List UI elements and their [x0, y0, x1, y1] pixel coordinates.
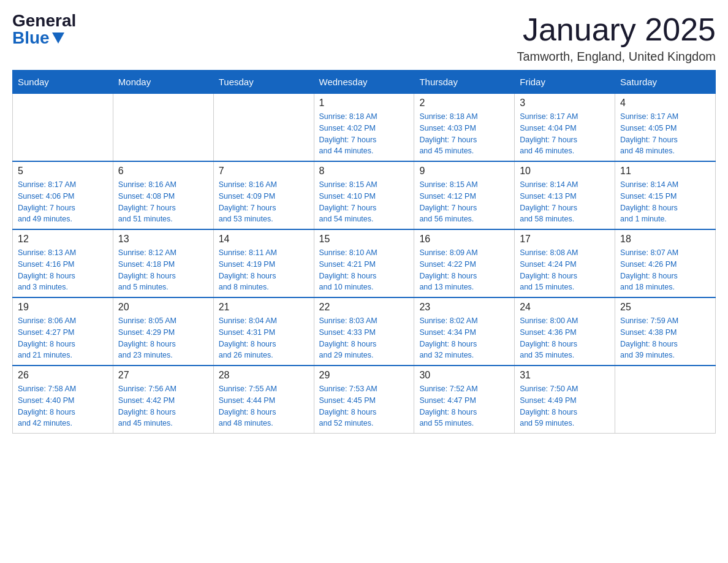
calendar-day-cell: 13Sunrise: 8:12 AM Sunset: 4:18 PM Dayli… — [113, 229, 213, 297]
calendar-header-tuesday: Tuesday — [213, 71, 314, 94]
day-number: 13 — [118, 234, 208, 245]
calendar-day-cell: 5Sunrise: 8:17 AM Sunset: 4:06 PM Daylig… — [13, 161, 113, 229]
day-number: 4 — [620, 98, 710, 109]
calendar-header-wednesday: Wednesday — [314, 71, 414, 94]
day-info: Sunrise: 8:16 AM Sunset: 4:09 PM Dayligh… — [219, 179, 309, 225]
day-number: 15 — [319, 234, 409, 245]
calendar-day-cell: 7Sunrise: 8:16 AM Sunset: 4:09 PM Daylig… — [213, 161, 314, 229]
day-number: 8 — [319, 166, 409, 177]
calendar-day-cell: 9Sunrise: 8:15 AM Sunset: 4:12 PM Daylig… — [414, 161, 515, 229]
day-info: Sunrise: 8:09 AM Sunset: 4:22 PM Dayligh… — [419, 247, 509, 293]
calendar-day-cell — [113, 94, 213, 162]
day-number: 21 — [219, 302, 309, 313]
day-info: Sunrise: 8:18 AM Sunset: 4:03 PM Dayligh… — [419, 111, 509, 157]
calendar-day-cell: 31Sunrise: 7:50 AM Sunset: 4:49 PM Dayli… — [515, 366, 615, 434]
page-header: General Blue January 2025 Tamworth, Engl… — [12, 12, 716, 64]
day-info: Sunrise: 8:11 AM Sunset: 4:19 PM Dayligh… — [219, 247, 309, 293]
calendar-week-row: 26Sunrise: 7:58 AM Sunset: 4:40 PM Dayli… — [13, 366, 716, 434]
day-info: Sunrise: 8:14 AM Sunset: 4:13 PM Dayligh… — [520, 179, 610, 225]
day-info: Sunrise: 7:56 AM Sunset: 4:42 PM Dayligh… — [118, 383, 208, 429]
day-number: 6 — [118, 166, 208, 177]
calendar-day-cell: 18Sunrise: 8:07 AM Sunset: 4:26 PM Dayli… — [615, 229, 716, 297]
calendar-day-cell: 29Sunrise: 7:53 AM Sunset: 4:45 PM Dayli… — [314, 366, 414, 434]
day-number: 10 — [520, 166, 610, 177]
day-info: Sunrise: 7:50 AM Sunset: 4:49 PM Dayligh… — [520, 383, 610, 429]
day-info: Sunrise: 8:15 AM Sunset: 4:12 PM Dayligh… — [419, 179, 509, 225]
day-number: 14 — [219, 234, 309, 245]
calendar-day-cell: 17Sunrise: 8:08 AM Sunset: 4:24 PM Dayli… — [515, 229, 615, 297]
day-number: 25 — [620, 302, 710, 313]
day-info: Sunrise: 8:07 AM Sunset: 4:26 PM Dayligh… — [620, 247, 710, 293]
calendar-week-row: 12Sunrise: 8:13 AM Sunset: 4:16 PM Dayli… — [13, 229, 716, 297]
day-number: 20 — [118, 302, 208, 313]
day-info: Sunrise: 8:17 AM Sunset: 4:05 PM Dayligh… — [620, 111, 710, 157]
day-number: 11 — [620, 166, 710, 177]
calendar-header-row: SundayMondayTuesdayWednesdayThursdayFrid… — [13, 71, 716, 94]
calendar-header-friday: Friday — [515, 71, 615, 94]
day-info: Sunrise: 8:06 AM Sunset: 4:27 PM Dayligh… — [18, 315, 108, 361]
day-info: Sunrise: 7:53 AM Sunset: 4:45 PM Dayligh… — [319, 383, 409, 429]
day-number: 23 — [419, 302, 509, 313]
calendar-day-cell: 6Sunrise: 8:16 AM Sunset: 4:08 PM Daylig… — [113, 161, 213, 229]
day-info: Sunrise: 8:13 AM Sunset: 4:16 PM Dayligh… — [18, 247, 108, 293]
day-number: 22 — [319, 302, 409, 313]
day-number: 12 — [18, 234, 108, 245]
day-info: Sunrise: 8:04 AM Sunset: 4:31 PM Dayligh… — [219, 315, 309, 361]
day-info: Sunrise: 8:15 AM Sunset: 4:10 PM Dayligh… — [319, 179, 409, 225]
calendar-day-cell: 8Sunrise: 8:15 AM Sunset: 4:10 PM Daylig… — [314, 161, 414, 229]
day-number: 3 — [520, 98, 610, 109]
month-title: January 2025 — [517, 12, 716, 47]
day-number: 24 — [520, 302, 610, 313]
calendar-day-cell: 25Sunrise: 7:59 AM Sunset: 4:38 PM Dayli… — [615, 297, 716, 366]
calendar-day-cell: 10Sunrise: 8:14 AM Sunset: 4:13 PM Dayli… — [515, 161, 615, 229]
calendar-day-cell: 24Sunrise: 8:00 AM Sunset: 4:36 PM Dayli… — [515, 297, 615, 366]
calendar-day-cell — [615, 366, 716, 434]
calendar-day-cell: 30Sunrise: 7:52 AM Sunset: 4:47 PM Dayli… — [414, 366, 515, 434]
calendar-header-thursday: Thursday — [414, 71, 515, 94]
day-number: 5 — [18, 166, 108, 177]
calendar-day-cell: 4Sunrise: 8:17 AM Sunset: 4:05 PM Daylig… — [615, 94, 716, 162]
calendar-day-cell: 12Sunrise: 8:13 AM Sunset: 4:16 PM Dayli… — [13, 229, 113, 297]
day-number: 30 — [419, 370, 509, 381]
calendar-day-cell: 22Sunrise: 8:03 AM Sunset: 4:33 PM Dayli… — [314, 297, 414, 366]
calendar-day-cell: 3Sunrise: 8:17 AM Sunset: 4:04 PM Daylig… — [515, 94, 615, 162]
day-number: 16 — [419, 234, 509, 245]
logo: General Blue — [12, 12, 76, 47]
day-info: Sunrise: 8:16 AM Sunset: 4:08 PM Dayligh… — [118, 179, 208, 225]
calendar-week-row: 1Sunrise: 8:18 AM Sunset: 4:02 PM Daylig… — [13, 94, 716, 162]
day-number: 26 — [18, 370, 108, 381]
calendar-day-cell — [13, 94, 113, 162]
day-info: Sunrise: 8:10 AM Sunset: 4:21 PM Dayligh… — [319, 247, 409, 293]
day-info: Sunrise: 8:18 AM Sunset: 4:02 PM Dayligh… — [319, 111, 409, 157]
day-info: Sunrise: 8:14 AM Sunset: 4:15 PM Dayligh… — [620, 179, 710, 225]
day-info: Sunrise: 7:58 AM Sunset: 4:40 PM Dayligh… — [18, 383, 108, 429]
day-info: Sunrise: 8:03 AM Sunset: 4:33 PM Dayligh… — [319, 315, 409, 361]
day-number: 7 — [219, 166, 309, 177]
day-number: 29 — [319, 370, 409, 381]
logo-blue-text: Blue — [12, 29, 64, 47]
calendar-header-sunday: Sunday — [13, 71, 113, 94]
location-subtitle: Tamworth, England, United Kingdom — [517, 50, 716, 64]
day-number: 2 — [419, 98, 509, 109]
day-number: 9 — [419, 166, 509, 177]
day-number: 17 — [520, 234, 610, 245]
day-info: Sunrise: 8:02 AM Sunset: 4:34 PM Dayligh… — [419, 315, 509, 361]
day-number: 1 — [319, 98, 409, 109]
day-info: Sunrise: 8:00 AM Sunset: 4:36 PM Dayligh… — [520, 315, 610, 361]
day-number: 19 — [18, 302, 108, 313]
calendar-day-cell: 27Sunrise: 7:56 AM Sunset: 4:42 PM Dayli… — [113, 366, 213, 434]
calendar-day-cell: 14Sunrise: 8:11 AM Sunset: 4:19 PM Dayli… — [213, 229, 314, 297]
day-info: Sunrise: 7:52 AM Sunset: 4:47 PM Dayligh… — [419, 383, 509, 429]
calendar-table: SundayMondayTuesdayWednesdayThursdayFrid… — [12, 70, 716, 434]
calendar-week-row: 19Sunrise: 8:06 AM Sunset: 4:27 PM Dayli… — [13, 297, 716, 366]
day-info: Sunrise: 7:55 AM Sunset: 4:44 PM Dayligh… — [219, 383, 309, 429]
calendar-header-saturday: Saturday — [615, 71, 716, 94]
calendar-day-cell: 1Sunrise: 8:18 AM Sunset: 4:02 PM Daylig… — [314, 94, 414, 162]
logo-triangle-icon — [52, 33, 64, 44]
calendar-day-cell — [213, 94, 314, 162]
day-info: Sunrise: 7:59 AM Sunset: 4:38 PM Dayligh… — [620, 315, 710, 361]
calendar-header-monday: Monday — [113, 71, 213, 94]
day-info: Sunrise: 8:05 AM Sunset: 4:29 PM Dayligh… — [118, 315, 208, 361]
calendar-day-cell: 23Sunrise: 8:02 AM Sunset: 4:34 PM Dayli… — [414, 297, 515, 366]
calendar-week-row: 5Sunrise: 8:17 AM Sunset: 4:06 PM Daylig… — [13, 161, 716, 229]
